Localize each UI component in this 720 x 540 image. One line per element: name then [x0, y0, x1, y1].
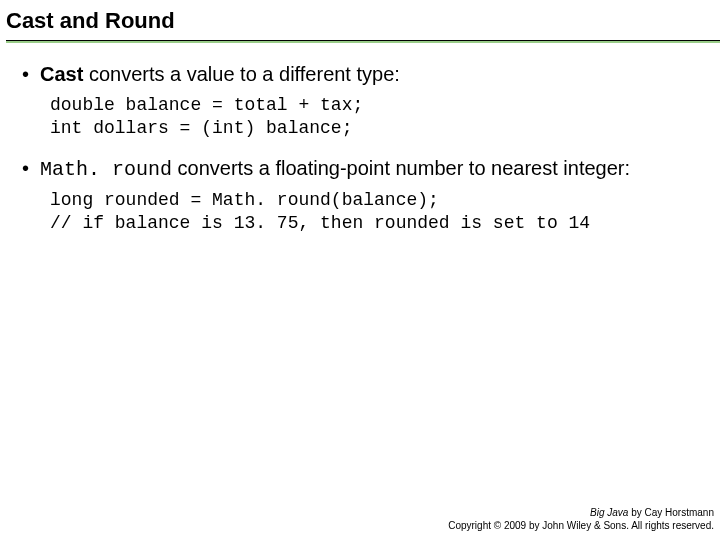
slide-header: Cast and Round — [0, 0, 720, 43]
footer-book-title: Big Java — [590, 507, 628, 518]
code-block-1: double balance = total + tax; int dollar… — [50, 94, 708, 139]
bullet-2-text: Math. round converts a floating-point nu… — [40, 155, 708, 183]
footer-copyright: Copyright © 2009 by John Wiley & Sons. A… — [448, 520, 714, 533]
bullet-2-rest: converts a floating-point number to near… — [172, 157, 630, 179]
bullet-dot: • — [22, 155, 40, 183]
bullet-1-rest: converts a value to a different type: — [83, 63, 399, 85]
slide-title: Cast and Round — [6, 8, 720, 38]
slide-body: • Cast converts a value to a different t… — [0, 43, 720, 234]
bullet-dot: • — [22, 61, 40, 88]
bullet-2-code: Math. round — [40, 158, 172, 181]
bullet-1: • Cast converts a value to a different t… — [22, 61, 708, 88]
bullet-1-bold: Cast — [40, 63, 83, 85]
footer-line-1: Big Java by Cay Horstmann — [448, 507, 714, 520]
bullet-1-text: Cast converts a value to a different typ… — [40, 61, 708, 88]
bullet-2: • Math. round converts a floating-point … — [22, 155, 708, 183]
footer-byline: by Cay Horstmann — [628, 507, 714, 518]
code-block-2: long rounded = Math. round(balance); // … — [50, 189, 708, 234]
slide-footer: Big Java by Cay Horstmann Copyright © 20… — [448, 507, 714, 532]
